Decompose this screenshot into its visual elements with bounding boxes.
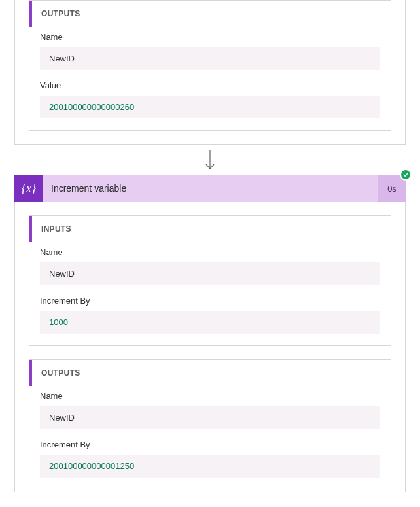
action-title: Increment variable	[43, 175, 378, 202]
outputs-header: OUTPUTS	[29, 1, 391, 27]
outputs-header-label-2: OUTPUTS	[32, 368, 80, 377]
output-value-field: Value 200100000000000260	[40, 80, 380, 118]
output-value-label: Value	[40, 80, 380, 90]
output2-increment-value[interactable]: 200100000000001250	[40, 455, 380, 478]
outputs-section-2: OUTPUTS Name NewID Increment By 20010000…	[29, 359, 391, 489]
input-increment-field: Increment By 1000	[40, 296, 380, 334]
input-name-label: Name	[40, 247, 380, 257]
outputs-header-2: OUTPUTS	[29, 360, 391, 386]
action-header[interactable]: {x} Increment variable 0s	[14, 175, 406, 202]
output2-increment-field: Increment By 200100000000001250	[40, 440, 380, 478]
input-increment-value[interactable]: 1000	[40, 311, 380, 334]
outputs-section: OUTPUTS Name NewID Value 200100000000000…	[29, 0, 391, 131]
checkmark-icon	[402, 171, 409, 178]
outputs-body: Name NewID Value 200100000000000260	[29, 27, 391, 130]
outputs-header-label: OUTPUTS	[32, 9, 80, 18]
previous-action-card: OUTPUTS Name NewID Value 200100000000000…	[14, 0, 406, 145]
input-name-value[interactable]: NewID	[40, 262, 380, 285]
outputs-body-2: Name NewID Increment By 2001000000000012…	[29, 386, 391, 489]
variable-icon: {x}	[14, 175, 43, 202]
output2-increment-label: Increment By	[40, 440, 380, 449]
success-badge	[400, 169, 411, 181]
arrow-down-icon	[203, 149, 217, 172]
output2-name-value[interactable]: NewID	[40, 406, 380, 429]
connector-arrow	[0, 149, 420, 172]
inputs-section: INPUTS Name NewID Increment By 1000	[29, 215, 391, 346]
inputs-body: Name NewID Increment By 1000	[29, 242, 391, 345]
input-increment-label: Increment By	[40, 296, 380, 306]
output2-name-label: Name	[40, 391, 380, 401]
output-name-label: Name	[40, 32, 380, 42]
inputs-header-label: INPUTS	[32, 224, 71, 234]
variable-icon-text: {x}	[22, 182, 36, 196]
inputs-header: INPUTS	[29, 216, 391, 242]
output-name-value[interactable]: NewID	[40, 47, 380, 70]
output2-name-field: Name NewID	[40, 391, 380, 429]
output-value-value[interactable]: 200100000000000260	[40, 96, 380, 118]
increment-variable-card: INPUTS Name NewID Increment By 1000 OUTP…	[14, 202, 406, 492]
output-name-field: Name NewID	[40, 32, 380, 70]
input-name-field: Name NewID	[40, 247, 380, 285]
